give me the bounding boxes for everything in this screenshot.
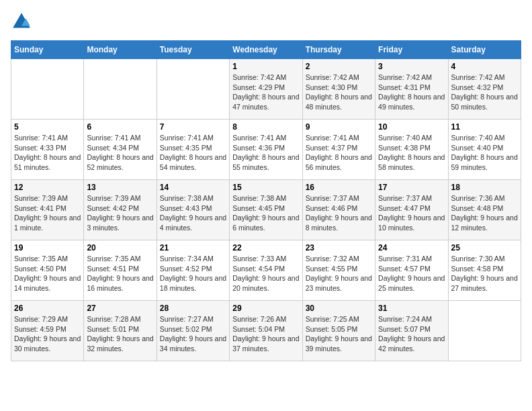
calendar-cell: 11Sunrise: 7:40 AM Sunset: 4:40 PM Dayli… <box>448 120 521 180</box>
page-header <box>11 11 521 32</box>
day-number: 22 <box>232 243 299 253</box>
calendar-cell <box>157 59 229 120</box>
day-content: Sunrise: 7:39 AM Sunset: 4:41 PM Dayligh… <box>14 193 81 233</box>
day-number: 19 <box>14 243 81 253</box>
day-content: Sunrise: 7:42 AM Sunset: 4:29 PM Dayligh… <box>232 73 299 112</box>
day-number: 1 <box>232 62 299 71</box>
day-content: Sunrise: 7:33 AM Sunset: 4:54 PM Dayligh… <box>232 254 299 293</box>
day-number: 12 <box>14 183 81 192</box>
day-number: 21 <box>160 243 226 253</box>
calendar-cell: 26Sunrise: 7:29 AM Sunset: 4:59 PM Dayli… <box>11 301 84 361</box>
day-content: Sunrise: 7:29 AM Sunset: 4:59 PM Dayligh… <box>14 314 81 354</box>
logo <box>11 11 35 32</box>
day-content: Sunrise: 7:41 AM Sunset: 4:37 PM Dayligh… <box>306 133 372 173</box>
day-number: 28 <box>160 304 226 313</box>
day-number: 2 <box>306 62 372 71</box>
calendar-cell: 8Sunrise: 7:41 AM Sunset: 4:36 PM Daylig… <box>230 120 302 180</box>
calendar-week-row: 12Sunrise: 7:39 AM Sunset: 4:41 PM Dayli… <box>11 180 521 240</box>
day-number: 17 <box>378 183 445 192</box>
day-number: 20 <box>87 243 153 253</box>
day-number: 18 <box>451 183 518 192</box>
day-number: 10 <box>378 122 445 132</box>
day-number: 30 <box>306 304 372 313</box>
calendar-cell: 27Sunrise: 7:28 AM Sunset: 5:01 PM Dayli… <box>84 301 157 361</box>
day-content: Sunrise: 7:41 AM Sunset: 4:35 PM Dayligh… <box>160 133 226 173</box>
day-content: Sunrise: 7:28 AM Sunset: 5:01 PM Dayligh… <box>87 314 153 354</box>
day-number: 8 <box>232 122 299 132</box>
calendar-cell: 29Sunrise: 7:26 AM Sunset: 5:04 PM Dayli… <box>230 301 302 361</box>
calendar-cell: 21Sunrise: 7:34 AM Sunset: 4:52 PM Dayli… <box>157 240 229 301</box>
day-content: Sunrise: 7:38 AM Sunset: 4:45 PM Dayligh… <box>232 193 299 233</box>
day-content: Sunrise: 7:32 AM Sunset: 4:55 PM Dayligh… <box>306 254 372 293</box>
calendar-cell: 17Sunrise: 7:37 AM Sunset: 4:47 PM Dayli… <box>375 180 448 240</box>
calendar-cell: 12Sunrise: 7:39 AM Sunset: 4:41 PM Dayli… <box>11 180 84 240</box>
calendar-cell: 9Sunrise: 7:41 AM Sunset: 4:37 PM Daylig… <box>302 120 375 180</box>
day-number: 9 <box>306 122 372 132</box>
calendar-week-row: 1Sunrise: 7:42 AM Sunset: 4:29 PM Daylig… <box>11 59 521 120</box>
day-number: 7 <box>160 122 226 132</box>
calendar-cell: 6Sunrise: 7:41 AM Sunset: 4:34 PM Daylig… <box>84 120 157 180</box>
day-content: Sunrise: 7:41 AM Sunset: 4:34 PM Dayligh… <box>87 133 153 173</box>
day-number: 13 <box>87 183 153 192</box>
day-content: Sunrise: 7:37 AM Sunset: 4:46 PM Dayligh… <box>306 193 372 233</box>
day-content: Sunrise: 7:42 AM Sunset: 4:30 PM Dayligh… <box>306 73 372 112</box>
day-number: 24 <box>378 243 445 253</box>
calendar-cell: 23Sunrise: 7:32 AM Sunset: 4:55 PM Dayli… <box>302 240 375 301</box>
day-content: Sunrise: 7:36 AM Sunset: 4:48 PM Dayligh… <box>451 193 518 233</box>
day-content: Sunrise: 7:41 AM Sunset: 4:33 PM Dayligh… <box>14 133 81 173</box>
calendar-cell: 22Sunrise: 7:33 AM Sunset: 4:54 PM Dayli… <box>230 240 302 301</box>
calendar-cell: 5Sunrise: 7:41 AM Sunset: 4:33 PM Daylig… <box>11 120 84 180</box>
day-number: 15 <box>232 183 299 192</box>
calendar-cell: 16Sunrise: 7:37 AM Sunset: 4:46 PM Dayli… <box>302 180 375 240</box>
day-content: Sunrise: 7:31 AM Sunset: 4:57 PM Dayligh… <box>378 254 445 293</box>
day-number: 14 <box>160 183 226 192</box>
day-content: Sunrise: 7:38 AM Sunset: 4:43 PM Dayligh… <box>160 193 226 233</box>
calendar-cell: 20Sunrise: 7:35 AM Sunset: 4:51 PM Dayli… <box>84 240 157 301</box>
calendar-cell: 1Sunrise: 7:42 AM Sunset: 4:29 PM Daylig… <box>230 59 302 120</box>
day-content: Sunrise: 7:34 AM Sunset: 4:52 PM Dayligh… <box>160 254 226 293</box>
day-number: 23 <box>306 243 372 253</box>
weekday-header-cell: Tuesday <box>157 41 229 59</box>
calendar-cell <box>448 301 521 361</box>
weekday-header-row: SundayMondayTuesdayWednesdayThursdayFrid… <box>11 41 521 59</box>
calendar-cell: 18Sunrise: 7:36 AM Sunset: 4:48 PM Dayli… <box>448 180 521 240</box>
weekday-header-cell: Wednesday <box>230 41 302 59</box>
day-content: Sunrise: 7:40 AM Sunset: 4:38 PM Dayligh… <box>378 133 445 173</box>
day-number: 3 <box>378 62 445 71</box>
day-number: 6 <box>87 122 153 132</box>
calendar-cell: 13Sunrise: 7:39 AM Sunset: 4:42 PM Dayli… <box>84 180 157 240</box>
weekday-header-cell: Thursday <box>302 41 375 59</box>
calendar-cell: 30Sunrise: 7:25 AM Sunset: 5:05 PM Dayli… <box>302 301 375 361</box>
calendar-cell: 4Sunrise: 7:42 AM Sunset: 4:32 PM Daylig… <box>448 59 521 120</box>
day-content: Sunrise: 7:39 AM Sunset: 4:42 PM Dayligh… <box>87 193 153 233</box>
calendar-cell: 28Sunrise: 7:27 AM Sunset: 5:02 PM Dayli… <box>157 301 229 361</box>
day-content: Sunrise: 7:35 AM Sunset: 4:50 PM Dayligh… <box>14 254 81 293</box>
day-content: Sunrise: 7:25 AM Sunset: 5:05 PM Dayligh… <box>306 314 372 354</box>
day-number: 31 <box>378 304 445 313</box>
calendar-cell <box>11 59 84 120</box>
logo-icon <box>11 11 32 32</box>
day-content: Sunrise: 7:37 AM Sunset: 4:47 PM Dayligh… <box>378 193 445 233</box>
calendar-cell: 19Sunrise: 7:35 AM Sunset: 4:50 PM Dayli… <box>11 240 84 301</box>
day-number: 25 <box>451 243 518 253</box>
day-content: Sunrise: 7:26 AM Sunset: 5:04 PM Dayligh… <box>232 314 299 354</box>
day-content: Sunrise: 7:41 AM Sunset: 4:36 PM Dayligh… <box>232 133 299 173</box>
calendar-cell: 2Sunrise: 7:42 AM Sunset: 4:30 PM Daylig… <box>302 59 375 120</box>
calendar-week-row: 19Sunrise: 7:35 AM Sunset: 4:50 PM Dayli… <box>11 240 521 301</box>
day-number: 29 <box>232 304 299 313</box>
calendar-cell: 25Sunrise: 7:30 AM Sunset: 4:58 PM Dayli… <box>448 240 521 301</box>
day-content: Sunrise: 7:42 AM Sunset: 4:31 PM Dayligh… <box>378 73 445 112</box>
day-number: 5 <box>14 122 81 132</box>
calendar-table: SundayMondayTuesdayWednesdayThursdayFrid… <box>11 40 521 361</box>
day-content: Sunrise: 7:24 AM Sunset: 5:07 PM Dayligh… <box>378 314 445 354</box>
calendar-cell: 7Sunrise: 7:41 AM Sunset: 4:35 PM Daylig… <box>157 120 229 180</box>
day-content: Sunrise: 7:40 AM Sunset: 4:40 PM Dayligh… <box>451 133 518 173</box>
day-number: 11 <box>451 122 518 132</box>
weekday-header-cell: Friday <box>375 41 448 59</box>
calendar-week-row: 5Sunrise: 7:41 AM Sunset: 4:33 PM Daylig… <box>11 120 521 180</box>
day-content: Sunrise: 7:30 AM Sunset: 4:58 PM Dayligh… <box>451 254 518 293</box>
day-number: 26 <box>14 304 81 313</box>
day-number: 4 <box>451 62 518 71</box>
weekday-header-cell: Saturday <box>448 41 521 59</box>
calendar-cell <box>84 59 157 120</box>
